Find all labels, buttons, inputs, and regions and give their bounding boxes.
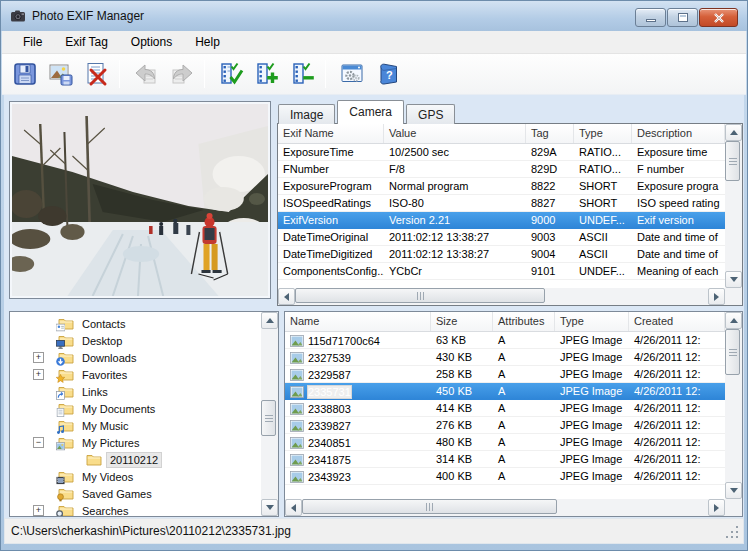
minimize-button[interactable]: [635, 8, 666, 27]
next-image-icon[interactable]: [166, 58, 198, 90]
help-icon[interactable]: ?: [372, 58, 404, 90]
file-row-2338803[interactable]: 2338803414 KBAJPEG Image4/26/2011 12:: [285, 400, 725, 417]
menu-item-help[interactable]: Help: [185, 32, 230, 52]
tree-item-favorites[interactable]: +Favorites: [10, 366, 261, 383]
options-icon[interactable]: [336, 58, 368, 90]
column-header-type[interactable]: Type: [555, 312, 629, 331]
scroll-down-button[interactable]: [725, 482, 742, 499]
tree-item-contacts[interactable]: Contacts: [10, 315, 261, 332]
scroll-down-button[interactable]: [261, 499, 278, 516]
column-header-description[interactable]: Description: [632, 124, 725, 143]
file-row-2335731[interactable]: 2335731450 KBAJPEG Image4/26/2011 12:: [285, 383, 725, 400]
file-row-2340851[interactable]: 2340851480 KBAJPEG Image4/26/2011 12:: [285, 434, 725, 451]
file-row-2341875[interactable]: 2341875314 KBAJPEG Image4/26/2011 12:: [285, 451, 725, 468]
column-header-value[interactable]: Value: [384, 124, 526, 143]
tree-vertical-scrollbar[interactable]: [261, 312, 278, 516]
scroll-left-button[interactable]: [285, 499, 302, 516]
tree-item-downloads[interactable]: +Downloads: [10, 349, 261, 366]
resize-grip[interactable]: [726, 526, 740, 540]
close-button[interactable]: [699, 8, 738, 27]
column-header-attributes[interactable]: Attributes: [493, 312, 555, 331]
tree-item-my-music[interactable]: My Music: [10, 417, 261, 434]
scroll-up-button[interactable]: [261, 312, 278, 329]
remove-exif-tag-icon[interactable]: [287, 58, 319, 90]
exif-cell-type: ASCII: [574, 229, 632, 245]
scroll-thumb[interactable]: [295, 288, 545, 303]
scroll-right-button[interactable]: [708, 288, 725, 305]
file-cell-size: 314 KB: [431, 451, 493, 467]
expand-plus-icon[interactable]: +: [33, 352, 44, 363]
exif-row-datetimeoriginal[interactable]: DateTimeOriginal2011:02:12 13:38:279003A…: [278, 229, 725, 246]
scroll-up-button[interactable]: [725, 312, 742, 329]
column-header-tag[interactable]: Tag: [526, 124, 574, 143]
exif-row-exposuretime[interactable]: ExposureTime10/2500 sec829ARATIO...Expos…: [278, 144, 725, 161]
file-row-115d71700c64[interactable]: 115d71700c6463 KBAJPEG Image4/26/2011 12…: [285, 332, 725, 349]
menu-item-options[interactable]: Options: [121, 32, 182, 52]
exif-row-datetimedigitized[interactable]: DateTimeDigitized2011:02:12 13:38:279004…: [278, 246, 725, 263]
column-header-created[interactable]: Created: [629, 312, 725, 331]
file-row-2343923[interactable]: 2343923400 KBAJPEG Image4/26/2011 12:: [285, 468, 725, 485]
tree-item-my-videos[interactable]: My Videos: [10, 468, 261, 485]
tree-item-searches[interactable]: +Searches: [10, 502, 261, 516]
tab-camera[interactable]: Camera: [337, 100, 404, 124]
file-cell-attributes: A: [493, 332, 555, 348]
tree-item-label: Saved Games: [79, 487, 155, 501]
tab-gps[interactable]: GPS: [406, 104, 455, 124]
expand-plus-icon[interactable]: +: [33, 505, 44, 516]
menu-item-exif-tag[interactable]: Exif Tag: [55, 32, 117, 52]
menu-item-file[interactable]: File: [13, 32, 52, 52]
tree-item-20110212[interactable]: 20110212: [10, 451, 261, 468]
column-header-size[interactable]: Size: [431, 312, 493, 331]
exif-cell-tag: 829D: [526, 161, 574, 177]
column-header-exif-name[interactable]: Exif Name: [278, 124, 384, 143]
delete-exif-tags-icon[interactable]: [81, 58, 113, 90]
exif-row-isospeedratings[interactable]: ISOSpeedRatingsISO-808827SHORTISO speed …: [278, 195, 725, 212]
files-horizontal-scrollbar[interactable]: [285, 499, 725, 516]
save-exif-icon[interactable]: [9, 58, 41, 90]
exif-row-componentsconfig-[interactable]: ComponentsConfig...YCbCr9101UNDEF...Mean…: [278, 263, 725, 280]
previous-image-icon[interactable]: [130, 58, 162, 90]
tree-item-label: Downloads: [79, 351, 139, 365]
exif-row-fnumber[interactable]: FNumberF/8829DRATIO...F number: [278, 161, 725, 178]
exif-cell-tag: 829A: [526, 144, 574, 160]
scroll-thumb[interactable]: [725, 329, 740, 375]
tree-item-desktop[interactable]: Desktop: [10, 332, 261, 349]
file-cell-name: 2340851: [285, 434, 431, 450]
scroll-right-button[interactable]: [708, 499, 725, 516]
tree-item-label: My Pictures: [79, 436, 142, 450]
scroll-up-button[interactable]: [725, 124, 742, 141]
scroll-down-button[interactable]: [725, 271, 742, 288]
column-header-name[interactable]: Name: [285, 312, 431, 331]
arrow-up-icon: [266, 318, 274, 323]
title-bar[interactable]: Photo EXIF Manager: [1, 1, 747, 31]
save-image-icon[interactable]: [45, 58, 77, 90]
scroll-thumb[interactable]: [725, 141, 740, 181]
file-row-2329587[interactable]: 2329587258 KBAJPEG Image4/26/2011 12:: [285, 366, 725, 383]
exif-horizontal-scrollbar[interactable]: [278, 288, 725, 305]
add-exif-tag-icon[interactable]: [251, 58, 283, 90]
thumb-grip-icon: [426, 503, 433, 511]
file-row-2339827[interactable]: 2339827276 KBAJPEG Image4/26/2011 12:: [285, 417, 725, 434]
tree-item-my-documents[interactable]: My Documents: [10, 400, 261, 417]
exif-cell-name: ExifVersion: [278, 212, 384, 228]
file-name: 2339827: [308, 420, 351, 432]
validate-exif-icon[interactable]: [215, 58, 247, 90]
file-row-2327539[interactable]: 2327539430 KBAJPEG Image4/26/2011 12:: [285, 349, 725, 366]
maximize-button[interactable]: [667, 8, 698, 27]
tab-image[interactable]: Image: [278, 104, 335, 124]
tree-item-my-pictures[interactable]: −My Pictures: [10, 434, 261, 451]
scroll-thumb[interactable]: [261, 400, 276, 436]
expand-plus-icon[interactable]: +: [33, 369, 44, 380]
file-cell-size: 450 KB: [431, 383, 493, 399]
svg-text:?: ?: [386, 69, 393, 81]
scroll-left-button[interactable]: [278, 288, 295, 305]
tree-item-links[interactable]: Links: [10, 383, 261, 400]
column-header-type[interactable]: Type: [574, 124, 632, 143]
exif-row-exposureprogram[interactable]: ExposureProgramNormal program8822SHORTEx…: [278, 178, 725, 195]
exif-vertical-scrollbar[interactable]: [725, 124, 742, 288]
files-vertical-scrollbar[interactable]: [725, 312, 742, 499]
exif-row-exifversion[interactable]: ExifVersionVersion 2.219000UNDEF...Exif …: [278, 212, 725, 229]
collapse-minus-icon[interactable]: −: [33, 437, 44, 448]
tree-item-saved-games[interactable]: Saved Games: [10, 485, 261, 502]
scroll-thumb[interactable]: [302, 499, 557, 514]
